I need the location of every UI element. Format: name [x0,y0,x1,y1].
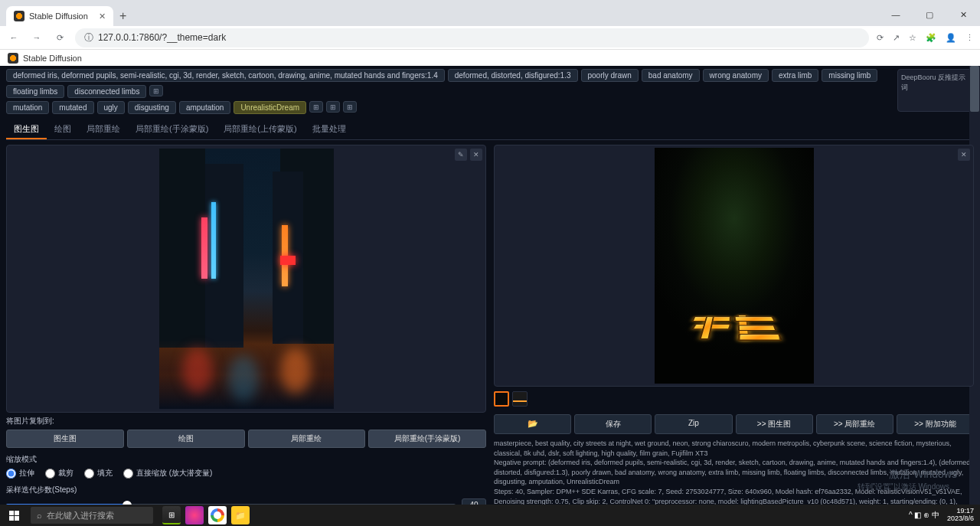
search-placeholder: 在此键入进行搜索 [47,510,114,521]
add-tag-button[interactable]: ⊞ [326,101,340,113]
site-info-icon[interactable]: ⓘ [84,31,93,44]
gtranslate-icon[interactable]: ⟳ [877,33,884,43]
neg-prompt-tag[interactable]: bad anatomy [642,69,700,82]
main-tabs: 图生图绘图局部重绘局部重绘(手涂蒙版)局部重绘(上传蒙版)批量处理 [6,120,974,140]
output-image-panel: ✕ [494,145,974,387]
url-input[interactable]: ⓘ 127.0.0.1:7860/?__theme=dark [75,28,869,47]
scale-mode-radio[interactable]: 填充 [84,468,113,479]
deepbooru-card[interactable]: DeepBooru 反推提示词 [897,69,974,112]
scrollbar-thumb[interactable] [970,66,979,112]
output-close-icon[interactable]: ✕ [958,149,970,161]
app-root: deformed iris, deformed pupils, semi-rea… [0,66,980,526]
main-tab[interactable]: 绘图 [47,120,79,139]
taskbar-search-input[interactable]: ⌕ 在此键入进行搜索 [31,507,153,524]
neg-prompt-tag[interactable]: missing limb [822,69,877,82]
nav-forward-button[interactable]: → [29,33,44,42]
input-image [159,149,334,409]
neg-prompt-tag[interactable]: deformed, distorted, disfigured:1.3 [448,69,578,82]
scale-mode-radio[interactable]: 裁剪 [45,468,74,479]
neg-prompt-tag[interactable]: extra limb [772,69,818,82]
save-button[interactable]: 保存 [574,414,652,434]
tray-icons[interactable]: ^ ◧ ⊕ 中 [909,510,939,521]
neg-prompt-tag[interactable]: disgusting [128,101,176,114]
neg-prompt-tag[interactable]: mutation [6,101,49,114]
neg-prompt-tag[interactable]: disconnected limbs [67,85,146,98]
input-image-panel[interactable]: ✎ ✕ [6,145,486,413]
nav-reload-button[interactable]: ⟳ [52,33,67,43]
info-prompt: masterpiece, best quality, city streets … [494,439,974,458]
taskbar-app-explorer[interactable]: 📁 [231,506,250,524]
neg-prompt-tag[interactable]: mutated [52,101,93,114]
taskbar-app-1[interactable] [185,506,204,524]
neg-prompt-tag[interactable]: ugly [97,101,125,114]
profile-icon[interactable]: 👤 [946,33,956,43]
browser-tab-active[interactable]: Stable Diffusion ✕ [6,6,113,26]
bookmark-item[interactable]: Stable Diffusion [23,54,82,63]
neg-prompt-tag[interactable]: poorly drawn [581,69,639,82]
windows-taskbar: ⌕ 在此键入进行搜索 ⊞ 📁 ^ ◧ ⊕ 中 19:17 2023/8/6 [0,505,980,526]
start-button[interactable] [0,505,28,526]
copy-to-button[interactable]: 图生图 [6,430,124,448]
send-to-extras-button[interactable]: >> 附加功能 [897,414,974,434]
search-icon: ⌕ [37,511,42,520]
scale-mode-radio[interactable]: 直接缩放 (放大潜变量) [123,468,212,479]
steps-label: 采样迭代步数(Steps) [6,485,486,495]
scale-mode-radio[interactable]: 拉伸 [6,468,34,479]
copy-to-button[interactable]: 绘图 [127,430,245,448]
neg-prompt-tag[interactable]: deformed iris, deformed pupils, semi-rea… [6,69,445,82]
taskbar-app-taskview[interactable]: ⊞ [162,506,181,524]
neg-prompt-tag[interactable]: floating limbs [6,85,64,98]
neg-prompt-tag[interactable]: amputation [179,101,230,114]
window-minimize-button[interactable]: — [879,3,913,26]
url-text: 127.0.0.1:7860/?__theme=dark [98,32,226,43]
info-neg: (deformed iris, deformed pupils, semi-re… [494,459,972,485]
new-tab-button[interactable]: + [113,6,132,26]
tab-close-icon[interactable]: ✕ [99,11,106,21]
send-to-inpaint-button[interactable]: >> 局部重绘 [816,414,893,434]
folder-icon: 📂 [528,419,538,428]
info-neg-label: Negative prompt: [494,459,547,466]
output-thumb-1[interactable] [494,391,509,407]
taskbar-app-chrome[interactable] [208,506,227,524]
share-icon[interactable]: ↗ [893,33,900,43]
taskbar-clock[interactable]: 19:17 2023/8/6 [947,508,974,523]
add-tag-button[interactable]: ⊞ [309,101,323,113]
main-tab[interactable]: 局部重绘(手涂蒙版) [128,120,216,139]
browser-tab-strip: Stable Diffusion ✕ + — ▢ ✕ [0,0,980,26]
copy-to-button[interactable]: 局部重绘(手涂蒙版) [368,430,486,448]
main-tab[interactable]: 局部重绘(上传蒙版) [216,120,304,139]
browser-menu-icon[interactable]: ⋮ [965,33,974,43]
image-close-icon[interactable]: ✕ [470,149,482,161]
browser-url-bar: ← → ⟳ ⓘ 127.0.0.1:7860/?__theme=dark ⟳ ↗… [0,26,980,49]
bookmark-favicon-icon [8,53,18,64]
windows-logo-icon [9,511,19,521]
main-tab[interactable]: 局部重绘 [79,120,128,139]
output-thumb-2[interactable] [512,391,528,407]
open-folder-button[interactable]: 📂 [494,414,571,434]
nav-back-button[interactable]: ← [6,33,21,42]
scale-mode-label: 缩放模式 [6,454,486,465]
extensions-icon[interactable]: 🧩 [926,33,936,43]
add-tag-button[interactable]: ⊞ [343,101,357,113]
copy-to-label: 将图片复制到: [6,416,486,426]
bookmark-bar: Stable Diffusion [0,49,980,66]
image-edit-icon[interactable]: ✎ [455,149,467,161]
tab-title: Stable Diffusion [29,11,88,21]
neg-prompt-tag[interactable]: wrong anatomy [703,69,769,82]
send-to-img2img-button[interactable]: >> 图生图 [736,414,813,434]
zip-button[interactable]: Zip [655,414,732,434]
tab-favicon-icon [14,11,24,21]
output-image[interactable] [655,148,814,384]
main-tab[interactable]: 图生图 [6,120,47,139]
neg-prompt-tag[interactable]: UnrealisticDream [234,101,306,114]
bookmark-star-icon[interactable]: ☆ [909,33,916,43]
add-tag-button[interactable]: ⊞ [149,85,163,96]
copy-to-button[interactable]: 局部重绘 [248,430,366,448]
main-tab[interactable]: 批量处理 [305,120,354,139]
window-close-button[interactable]: ✕ [946,3,980,26]
window-maximize-button[interactable]: ▢ [913,3,946,26]
